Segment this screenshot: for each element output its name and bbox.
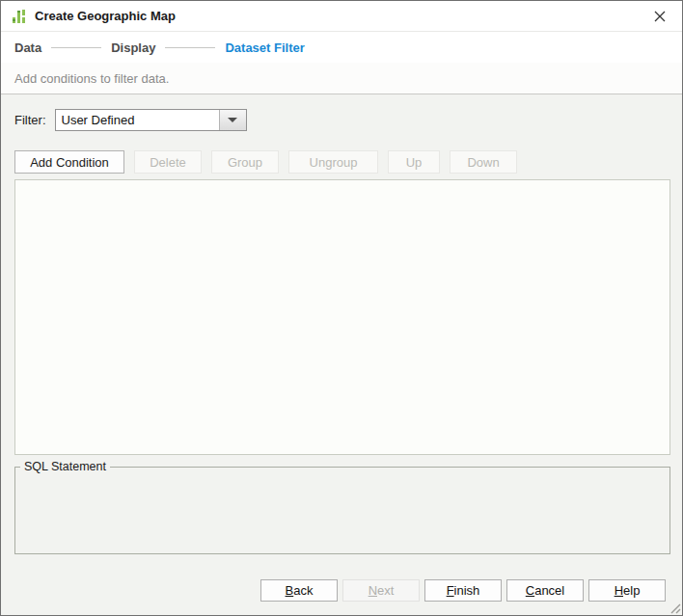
ungroup-button[interactable]: Ungroup xyxy=(288,150,378,174)
wizard-steps: Data Display Dataset Filter xyxy=(1,32,682,63)
title-bar: Create Geographic Map xyxy=(1,1,682,32)
condition-toolbar: Add Condition Delete Group Ungroup Up Do… xyxy=(14,150,517,174)
add-condition-button[interactable]: Add Condition xyxy=(14,150,124,174)
step-display[interactable]: Display xyxy=(111,40,155,55)
filter-dropdown[interactable]: User Defined xyxy=(55,109,247,131)
close-icon[interactable] xyxy=(647,6,672,27)
filter-dropdown-value: User Defined xyxy=(56,113,219,127)
next-button[interactable]: Next xyxy=(342,579,420,602)
dialog-body: Filter: User Defined Add Condition Delet… xyxy=(1,94,682,615)
create-geographic-map-dialog: Create Geographic Map Data Display Datas… xyxy=(0,0,683,616)
delete-button[interactable]: Delete xyxy=(134,150,202,174)
sql-statement-label: SQL Statement xyxy=(20,460,110,474)
sql-statement-content xyxy=(15,468,669,553)
step-data[interactable]: Data xyxy=(14,40,41,55)
step-dataset-filter[interactable]: Dataset Filter xyxy=(225,40,304,55)
up-button[interactable]: Up xyxy=(388,150,440,174)
chevron-down-icon xyxy=(228,118,237,122)
down-button[interactable]: Down xyxy=(450,150,517,174)
filter-row: Filter: User Defined xyxy=(14,109,247,131)
help-button[interactable]: Help xyxy=(588,579,666,602)
resize-grip[interactable] xyxy=(669,602,681,614)
back-button[interactable]: Back xyxy=(260,579,338,602)
group-button[interactable]: Group xyxy=(211,150,279,174)
green-bar-chart-icon xyxy=(11,8,28,25)
finish-button[interactable]: Finish xyxy=(424,579,502,602)
window-title: Create Geographic Map xyxy=(35,9,647,23)
step-connector xyxy=(51,47,101,48)
subtitle-text: Add conditions to filter data. xyxy=(14,71,169,86)
conditions-list-panel xyxy=(14,179,670,455)
filter-label: Filter: xyxy=(14,113,46,127)
subtitle-strip: Add conditions to filter data. xyxy=(1,63,682,94)
dropdown-arrow-button[interactable] xyxy=(219,110,246,130)
step-connector xyxy=(165,47,215,48)
footer-button-bar: Back Next Finish Cancel Help xyxy=(260,579,666,602)
sql-statement-group: SQL Statement xyxy=(14,467,670,554)
cancel-button[interactable]: Cancel xyxy=(506,579,584,602)
